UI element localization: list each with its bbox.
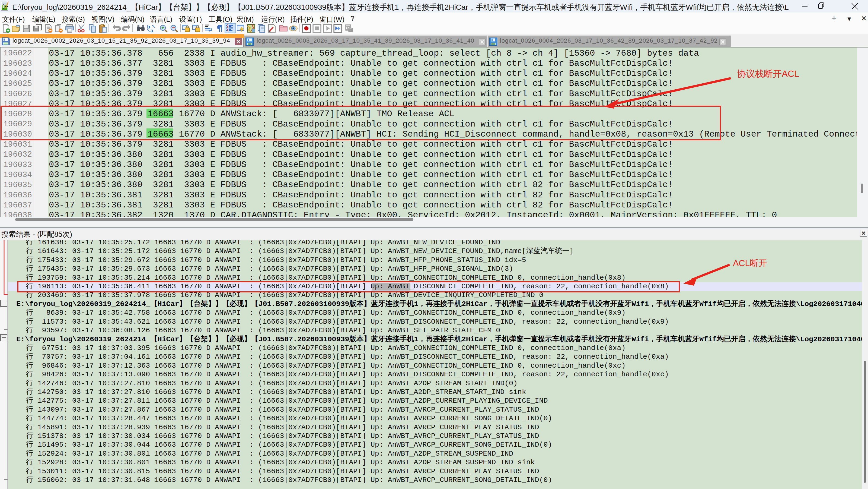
svg-text:a: a	[150, 28, 153, 33]
svg-text:b: b	[147, 24, 150, 30]
